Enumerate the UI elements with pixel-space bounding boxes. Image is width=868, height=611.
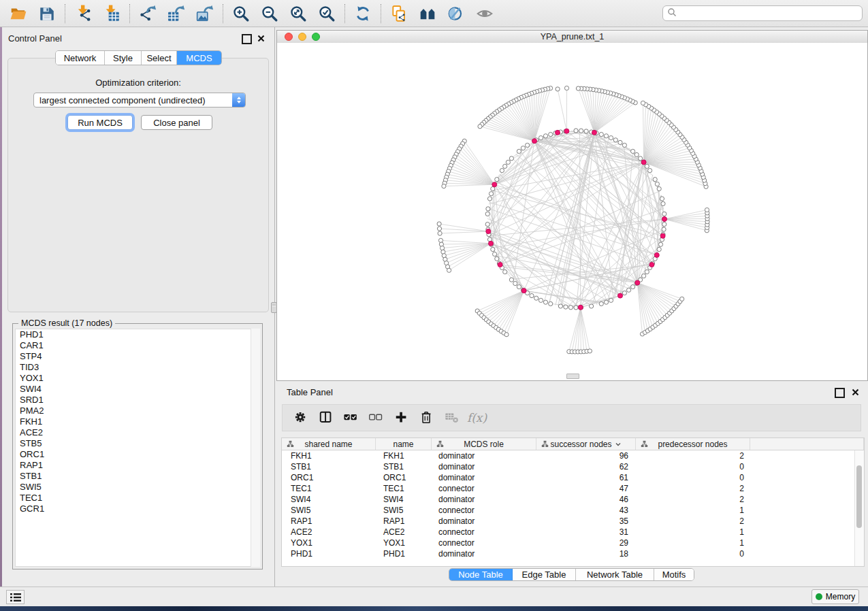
- main-toolbar: [0, 0, 868, 27]
- mcds-result-item[interactable]: YOX1: [16, 373, 259, 384]
- cell-shared-name: ORC1: [282, 472, 376, 483]
- column-header-predecessor-nodes[interactable]: predecessor nodes: [636, 438, 750, 450]
- table-tab-node-table[interactable]: Node Table: [449, 569, 513, 580]
- export-network-icon[interactable]: [133, 2, 162, 25]
- open-session-icon[interactable]: [4, 2, 33, 25]
- network-window-titlebar[interactable]: YPA_prune.txt_1: [277, 31, 867, 44]
- mcds-result-item[interactable]: TEC1: [16, 493, 259, 503]
- table-tab-edge-table[interactable]: Edge Table: [513, 569, 576, 580]
- export-table-icon[interactable]: [162, 2, 191, 25]
- tab-network[interactable]: Network: [56, 51, 105, 65]
- mcds-result-scrollbar[interactable]: [251, 329, 260, 567]
- select-stepper-icon: [232, 93, 245, 107]
- search-input[interactable]: [679, 8, 858, 19]
- mcds-result-item[interactable]: FKH1: [16, 416, 259, 427]
- cell-successor-nodes: 29: [536, 538, 636, 548]
- hide-graphics-details-icon[interactable]: [442, 2, 470, 25]
- table-panel-close-icon[interactable]: [851, 388, 860, 397]
- table-row[interactable]: TEC1TEC1connector472: [282, 483, 864, 494]
- zoom-out-icon[interactable]: [255, 2, 284, 25]
- mcds-result-item[interactable]: CAR1: [16, 340, 259, 351]
- tab-style[interactable]: Style: [105, 51, 142, 65]
- clone-network-icon[interactable]: [385, 2, 413, 25]
- mcds-result-item[interactable]: RAP1: [16, 460, 259, 471]
- show-graphics-details-icon[interactable]: [470, 2, 499, 25]
- control-panel-title: Control Panel: [8, 33, 62, 44]
- table-scrollbar-thumb[interactable]: [856, 465, 862, 528]
- mcds-result-item[interactable]: ACE2: [16, 427, 259, 438]
- column-header-name[interactable]: name: [376, 438, 432, 450]
- column-settings-icon[interactable]: [288, 406, 313, 429]
- search-box[interactable]: [662, 5, 863, 21]
- zoom-selected-icon[interactable]: [312, 2, 341, 25]
- mcds-result-list[interactable]: PHD1CAR1STP4TID3YOX1SWI4SRD1PMA2FKH1ACE2…: [15, 329, 260, 567]
- create-column-icon[interactable]: [389, 406, 414, 429]
- mcds-result-item[interactable]: STB1: [16, 471, 259, 482]
- zoom-in-icon[interactable]: [227, 2, 255, 25]
- task-history-button[interactable]: [6, 590, 25, 604]
- table-panel-float-icon[interactable]: [835, 388, 845, 398]
- cell-name: YOX1: [376, 538, 432, 548]
- cell-MCDS-role: dominator: [432, 494, 536, 505]
- run-mcds-button[interactable]: Run MCDS: [67, 115, 133, 130]
- optimization-criterion-select[interactable]: largest connected component (undirected): [33, 93, 246, 108]
- mcds-result-item[interactable]: STP4: [16, 351, 259, 362]
- tab-select[interactable]: Select: [142, 51, 177, 65]
- column-header-successor-nodes[interactable]: successor nodes: [536, 438, 636, 450]
- table-row[interactable]: ORC1ORC1dominator610: [282, 472, 864, 483]
- mcds-result-item[interactable]: STB5: [16, 438, 259, 449]
- table-row[interactable]: STB1STB1dominator620: [282, 461, 864, 472]
- cell-successor-nodes: 31: [536, 527, 636, 538]
- mcds-result-item[interactable]: TID3: [16, 362, 259, 373]
- table-row[interactable]: RAP1RAP1dominator352: [282, 516, 864, 527]
- toolbar-separator: [129, 4, 130, 23]
- mcds-result-item[interactable]: SWI5: [16, 482, 259, 493]
- tab-mcds[interactable]: MCDS: [177, 51, 221, 65]
- find-icon[interactable]: [413, 2, 442, 25]
- column-header-MCDS-role[interactable]: MCDS role: [432, 438, 536, 450]
- mcds-result-item[interactable]: PHD1: [16, 329, 259, 340]
- table-scrollbar[interactable]: [854, 450, 864, 566]
- mcds-result-item[interactable]: GCR1: [16, 503, 259, 514]
- network-divider-handle[interactable]: [566, 374, 579, 379]
- control-panel-close-icon[interactable]: [257, 34, 266, 43]
- table-tab-motifs[interactable]: Motifs: [654, 569, 694, 580]
- table-tab-network-table[interactable]: Network Table: [576, 569, 654, 580]
- table-row[interactable]: PHD1PHD1dominator180: [282, 548, 864, 559]
- delete-columns-icon[interactable]: [414, 406, 439, 429]
- export-image-icon[interactable]: [191, 2, 219, 25]
- mcds-result-item[interactable]: ORC1: [16, 449, 259, 460]
- show-column-panel-icon[interactable]: [313, 406, 338, 429]
- cell-predecessor-nodes: 2: [636, 494, 750, 505]
- cell-MCDS-role: connector: [432, 538, 536, 548]
- mcds-result-item[interactable]: SRD1: [16, 395, 259, 406]
- table-row[interactable]: SWI5SWI5connector431: [282, 505, 864, 516]
- mcds-result-item[interactable]: PMA2: [16, 406, 259, 416]
- import-table-icon[interactable]: [97, 2, 126, 25]
- select-all-columns-icon[interactable]: [338, 406, 364, 429]
- close-panel-button[interactable]: Close panel: [141, 115, 212, 130]
- table-row[interactable]: YOX1YOX1connector291: [282, 538, 864, 548]
- apply-layout-icon[interactable]: [349, 2, 377, 25]
- cell-predecessor-nodes: 2: [636, 450, 750, 461]
- network-graph[interactable]: [277, 43, 867, 380]
- cell-MCDS-role: dominator: [432, 450, 536, 461]
- table-row[interactable]: FKH1FKH1dominator962: [282, 450, 864, 461]
- cell-name: ACE2: [376, 527, 432, 538]
- table-row[interactable]: SWI4SWI4dominator462: [282, 494, 864, 505]
- cell-successor-nodes: 18: [536, 548, 636, 559]
- table-row[interactable]: ACE2ACE2connector311: [282, 527, 864, 538]
- node-table-body: FKH1FKH1dominator962STB1STB1dominator620…: [282, 450, 864, 559]
- search-icon: [667, 7, 677, 20]
- zoom-fit-icon[interactable]: [284, 2, 312, 25]
- column-header-shared-name[interactable]: shared name: [282, 438, 376, 450]
- unselect-all-columns-icon[interactable]: [364, 406, 389, 429]
- mcds-result-item[interactable]: SWI4: [16, 384, 259, 395]
- mcds-panel: Optimization criterion: largest connecte…: [7, 58, 269, 312]
- save-session-icon[interactable]: [33, 2, 61, 25]
- import-network-icon[interactable]: [69, 2, 97, 25]
- cell-successor-nodes: 96: [536, 450, 636, 461]
- memory-button[interactable]: Memory: [811, 589, 859, 604]
- function-builder-icon: f(x): [464, 406, 489, 429]
- control-panel-float-icon[interactable]: [242, 34, 252, 44]
